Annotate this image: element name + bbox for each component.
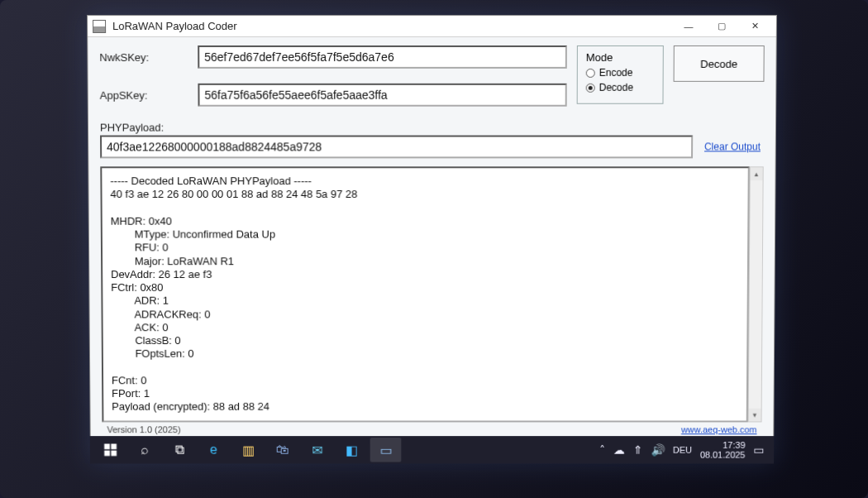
app1-icon[interactable]: ◧ <box>336 438 367 462</box>
taskbar: ⌕ ⧉ e ▥ 🛍 ✉ ◧ ▭ ˄ ☁ ⇑ 🔊 DEU 17:39 08.01.… <box>90 436 775 463</box>
mode-legend: Mode <box>586 51 613 64</box>
mode-groupbox: Mode Encode Decode <box>577 45 664 104</box>
encode-radio[interactable]: Encode <box>586 67 655 79</box>
search-icon[interactable]: ⌕ <box>129 438 160 462</box>
scroll-thumb[interactable] <box>755 181 756 408</box>
clock-time: 17:39 <box>700 440 746 450</box>
tray-chevron-icon[interactable]: ˄ <box>599 443 605 457</box>
nwkskey-input[interactable] <box>198 45 567 69</box>
radio-icon <box>586 68 595 77</box>
version-label: Version 1.0 (2025) <box>107 424 180 434</box>
nwkskey-label: NwkSKey: <box>99 50 186 63</box>
clock[interactable]: 17:39 08.01.2025 <box>700 440 746 460</box>
clock-date: 08.01.2025 <box>700 450 746 460</box>
store-icon[interactable]: 🛍 <box>267 438 298 462</box>
decode-button[interactable]: Decode <box>674 45 765 82</box>
maximize-button[interactable]: ▢ <box>705 16 738 36</box>
app-icon <box>93 19 106 32</box>
language-indicator[interactable]: DEU <box>673 445 692 455</box>
edge-icon[interactable]: e <box>198 438 230 462</box>
decode-radio[interactable]: Decode <box>586 82 655 93</box>
app-window: LoRaWAN Payload Coder — ▢ ✕ NwkSKey: App… <box>87 15 777 441</box>
svg-rect-3 <box>111 451 117 457</box>
file-explorer-icon[interactable]: ▥ <box>232 438 264 462</box>
clear-output-link[interactable]: Clear Output <box>701 141 764 152</box>
appskey-label: AppSKey: <box>100 89 187 101</box>
encode-radio-label: Encode <box>599 67 633 79</box>
titlebar[interactable]: LoRaWAN Payload Coder — ▢ ✕ <box>88 16 776 37</box>
taskview-icon[interactable]: ⧉ <box>164 438 195 462</box>
minimize-button[interactable]: — <box>672 16 705 36</box>
window-title: LoRaWAN Payload Coder <box>112 20 672 32</box>
svg-rect-2 <box>104 451 110 457</box>
volume-icon[interactable]: 🔊 <box>651 443 665 457</box>
svg-rect-1 <box>111 443 117 449</box>
radio-icon <box>586 83 595 92</box>
output-scrollbar[interactable]: ▴ ▾ <box>748 166 764 422</box>
output-textarea[interactable]: ----- Decoded LoRaWAN PHYPayload ----- 4… <box>100 166 749 422</box>
close-button[interactable]: ✕ <box>738 16 771 36</box>
decode-radio-label: Decode <box>599 82 633 93</box>
notifications-icon[interactable]: ▭ <box>753 443 764 457</box>
app2-icon[interactable]: ▭ <box>370 438 402 462</box>
website-link[interactable]: www.aeq-web.com <box>681 424 757 434</box>
scroll-down-icon[interactable]: ▾ <box>749 409 761 422</box>
scroll-up-icon[interactable]: ▴ <box>751 167 763 180</box>
windows-icon <box>103 443 118 457</box>
phypayload-label: PHYPayload: <box>100 122 764 134</box>
appskey-input[interactable] <box>198 84 566 107</box>
start-button[interactable] <box>95 438 126 462</box>
svg-rect-0 <box>104 443 110 449</box>
wifi-icon[interactable]: ⇑ <box>632 443 642 457</box>
system-tray: ˄ ☁ ⇑ 🔊 DEU 17:39 08.01.2025 ▭ <box>599 440 770 460</box>
phypayload-input[interactable] <box>100 136 693 159</box>
onedrive-icon[interactable]: ☁ <box>613 443 625 457</box>
mail-icon[interactable]: ✉ <box>301 438 332 462</box>
